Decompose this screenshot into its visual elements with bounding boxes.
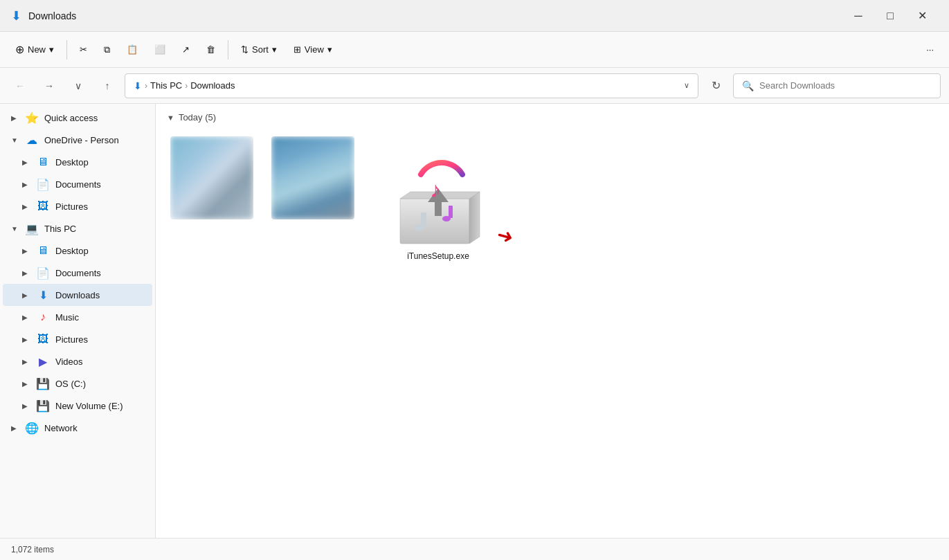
search-icon: 🔍 [742,80,754,91]
sort-icon: ⇅ [241,44,248,55]
file-thumbnail-2 [271,136,354,219]
sidebar-item-label: OS (C:) [55,379,86,389]
sidebar-item-quick-access[interactable]: ▶ ⭐ Quick access [3,107,152,129]
up-button[interactable]: ↑ [96,74,119,98]
expand-icon: ▶ [11,424,19,432]
view-label: View [305,44,324,55]
pictures-od-icon: 🖼 [36,200,50,213]
sidebar-item-this-pc[interactable]: ▼ 💻 This PC [3,217,152,240]
toolbar: ⊕ New ▾ ✂ ⧉ 📋 ⬜ ↗ 🗑 ⇅ Sort ▾ ⊞ View ▾ ··… [0,32,949,68]
copy-icon: ⧉ [104,44,110,55]
file-item-2[interactable] [268,131,358,267]
svg-marker-1 [469,192,480,244]
cut-button[interactable]: ✂ [73,37,94,63]
sidebar-item-label: Pictures [55,334,88,345]
sidebar-item-osc[interactable]: ▶ 💾 OS (C:) [3,372,152,395]
status-bar: 1,072 items [0,538,949,560]
more-button[interactable]: ··· [919,37,941,63]
path-downloads: Downloads [190,80,235,91]
sort-label: Sort [252,44,269,55]
file-item-1[interactable] [167,131,257,267]
svg-rect-4 [421,213,426,226]
sidebar-item-label: Music [55,312,79,323]
documents-od-icon: 📄 [36,178,50,191]
window-icon: ⬇ [11,8,21,24]
svg-point-5 [414,224,424,231]
sidebar-item-label: Pictures [55,201,88,212]
expand-icon: ▶ [22,159,30,166]
sidebar-item-music-pc[interactable]: ▶ ♪ Music [3,306,152,328]
sidebar-item-network[interactable]: ▶ 🌐 Network [3,417,152,439]
share-icon: ↗ [182,44,190,55]
videos-pc-icon: ▶ [36,355,50,368]
search-box[interactable]: 🔍 [733,73,941,98]
search-input[interactable] [759,80,932,91]
delete-button[interactable]: 🗑 [199,37,222,63]
sidebar-item-label: Network [44,423,78,433]
sidebar-item-new-volume[interactable]: ▶ 💾 New Volume (E:) [3,395,152,417]
minimize-button[interactable]: ─ [842,0,874,32]
new-volume-icon: 💾 [36,399,50,413]
sidebar-item-downloads-pc[interactable]: ▶ ⬇ Downloads [3,284,152,306]
path-dropdown-icon: ∨ [684,81,689,90]
sort-button[interactable]: ⇅ Sort ▾ [234,37,284,63]
sidebar-item-desktop-od[interactable]: ▶ 🖥 Desktop [3,151,152,173]
share-button[interactable]: ↗ [175,37,197,63]
sidebar-item-label: Documents [55,268,101,278]
file-thumb-blurred-1 [170,136,253,219]
copy-path-button[interactable]: ⬜ [147,37,172,63]
close-button[interactable]: ✕ [906,0,938,32]
forward-button[interactable]: → [37,74,61,98]
toolbar-separator-1 [66,40,67,60]
view-button[interactable]: ⊞ View ▾ [287,37,339,63]
copy-button[interactable]: ⧉ [97,37,117,63]
file-item-itunes[interactable]: ♪ ➜ iTunesSetup.exe [369,131,507,267]
desktop-pc-icon: 🖥 [36,244,50,257]
sidebar-item-label: Desktop [55,157,89,168]
refresh-button[interactable]: ↻ [704,74,727,98]
maximize-button[interactable]: □ [874,0,906,32]
paste-icon: 📋 [127,44,138,55]
pictures-pc-icon: 🖼 [36,333,50,345]
sidebar-item-label: This PC [44,224,76,234]
sidebar-item-documents-pc[interactable]: ▶ 📄 Documents [3,262,152,284]
sidebar-item-pictures-od[interactable]: ▶ 🖼 Pictures [3,195,152,217]
downloads-pc-icon: ⬇ [36,289,50,302]
sidebar-item-onedrive[interactable]: ▼ ☁ OneDrive - Person [3,129,152,151]
recent-button[interactable]: ∨ [66,74,90,98]
path-this-pc: This PC [150,80,182,91]
path-icon: ⬇ [134,80,142,91]
paste-button[interactable]: 📋 [120,37,145,63]
sidebar-item-videos-pc[interactable]: ▶ ▶ Videos [3,350,152,372]
svg-rect-6 [449,206,453,218]
svg-point-7 [442,216,451,222]
section-chevron: ▼ [167,114,174,122]
back-button[interactable]: ← [8,74,32,98]
expand-icon: ▶ [22,358,30,365]
file-thumb-blurred-2 [271,136,354,219]
expand-icon: ▶ [22,269,30,277]
path-sep-2: › [185,81,188,91]
section-header-today[interactable]: ▼ Today (5) [167,112,938,123]
sidebar-item-pictures-pc[interactable]: ▶ 🖼 Pictures [3,328,152,350]
copy-path-icon: ⬜ [154,44,165,55]
expand-icon: ▶ [22,203,30,210]
itunes-icon: ♪ [383,136,494,247]
sidebar-item-label: New Volume (E:) [55,401,123,411]
expand-icon: ▼ [11,225,19,233]
sidebar-item-desktop-pc[interactable]: ▶ 🖥 Desktop [3,240,152,262]
sort-dropdown-icon: ▾ [272,44,277,55]
address-path[interactable]: ⬇ › This PC › Downloads ∨ [125,73,698,98]
expand-icon: ▶ [22,314,30,321]
sidebar-item-label: OneDrive - Person [44,135,119,145]
sidebar-item-label: Downloads [55,290,100,300]
quick-access-icon: ⭐ [25,111,39,125]
new-button[interactable]: ⊕ New ▾ [8,37,61,63]
expand-icon: ▶ [22,247,30,255]
new-label: New [28,44,46,55]
window-title: Downloads [28,10,76,21]
expand-icon: ▶ [22,336,30,343]
sidebar-item-documents-od[interactable]: ▶ 📄 Documents [3,173,152,195]
files-grid: ♪ ➜ iTunesSetup.exe [167,131,938,278]
section-label: Today (5) [179,112,216,123]
